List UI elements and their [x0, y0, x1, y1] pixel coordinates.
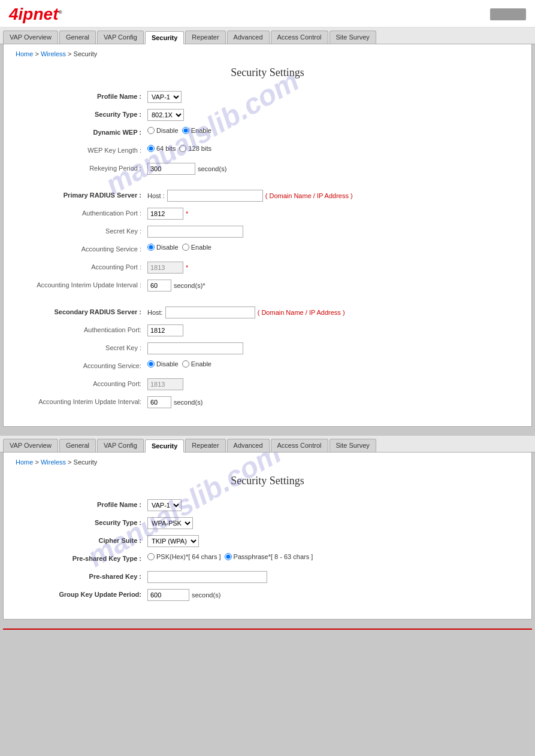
preshared-key-row: Pre-shared Key : — [16, 571, 519, 584]
tab-security-2[interactable]: Security — [145, 439, 184, 453]
primary-accounting-port-input[interactable] — [147, 262, 183, 274]
profile-name-label-1: Profile Name : — [16, 91, 147, 100]
psk-key-type-radio-group: PSK(Hex)*[ 64 chars ] Passphrase*[ 8 - 6… — [147, 553, 313, 560]
secondary-auth-port-row: Authentication Port: — [16, 324, 519, 338]
tabs-bar-2: VAP Overview General VAP Config Security… — [0, 436, 535, 453]
tab-general-1[interactable]: General — [59, 31, 96, 44]
header-right-area — [490, 8, 526, 20]
breadcrumb-home-2[interactable]: Home — [16, 459, 33, 466]
psk-passphrase-label: Passphrase*[ 8 - 63 chars ] — [234, 553, 313, 560]
dynamic-wep-radio-group: Disable Enable — [147, 127, 211, 134]
dynamic-wep-disable-radio[interactable] — [147, 127, 155, 134]
tab-vap-overview-2[interactable]: VAP Overview — [3, 439, 58, 452]
dynamic-wep-enable-item: Enable — [182, 127, 211, 134]
secondary-accounting-disable-item: Disable — [147, 360, 179, 368]
psk-hex-item: PSK(Hex)*[ 64 chars ] — [147, 553, 221, 560]
primary-auth-port-row: Authentication Port : * — [16, 208, 519, 221]
rekeying-period-label: Rekeying Period : — [16, 163, 147, 172]
profile-name-select-1[interactable]: VAP-1 — [147, 91, 182, 103]
secondary-accounting-service-row: Accounting Service: Disable Enable — [16, 360, 519, 374]
secondary-accounting-enable-radio[interactable] — [182, 360, 189, 368]
wep-64bit-radio[interactable] — [147, 145, 155, 152]
cipher-suite-control: TKIP (WPA) — [147, 535, 519, 547]
secondary-accounting-enable-label: Enable — [191, 360, 211, 368]
primary-accounting-enable-label: Enable — [191, 244, 211, 251]
group-key-input[interactable] — [147, 589, 189, 601]
secondary-accounting-disable-radio[interactable] — [147, 360, 155, 368]
wep-key-length-radio-group: 64 bits 128 bits — [147, 145, 211, 152]
dynamic-wep-label-1: Dynamic WEP : — [16, 127, 147, 136]
group-key-label: Group Key Update Period: — [16, 589, 147, 598]
profile-name-select-2[interactable]: VAP-1 — [147, 499, 182, 511]
tab-access-control-1[interactable]: Access Control — [271, 31, 328, 44]
profile-name-row-1: Profile Name : VAP-1 — [16, 91, 519, 104]
group-key-row: Group Key Update Period: second(s) — [16, 589, 519, 602]
secondary-auth-port-control — [147, 324, 519, 336]
primary-accounting-disable-radio[interactable] — [147, 244, 155, 251]
primary-secret-key-label: Secret Key : — [16, 226, 147, 235]
tab-repeater-1[interactable]: Repeater — [185, 31, 225, 44]
security-type-select-1[interactable]: 802.1X — [147, 109, 184, 121]
primary-accounting-enable-radio[interactable] — [182, 244, 189, 251]
tab-repeater-2[interactable]: Repeater — [185, 439, 225, 452]
tab-site-survey-2[interactable]: Site Survey — [330, 439, 376, 452]
psk-hex-radio[interactable] — [147, 553, 155, 560]
primary-accounting-interval-input[interactable] — [147, 280, 171, 292]
tab-security-1[interactable]: Security — [145, 31, 184, 44]
primary-radius-host-control: Host : ( Domain Name / IP Address ) — [147, 190, 519, 202]
security-type-row-2: Security Type : WPA-PSK — [16, 517, 519, 530]
primary-radius-row: Primary RADIUS Server : Host : ( Domain … — [16, 190, 519, 203]
cipher-suite-row: Cipher Suite : TKIP (WPA) — [16, 535, 519, 548]
wep-key-length-row: WEP Key Length : 64 bits 128 bits — [16, 145, 519, 158]
primary-accounting-port-star: * — [186, 264, 188, 271]
rekeying-period-unit: second(s) — [198, 165, 226, 172]
secondary-accounting-port-control — [147, 378, 519, 390]
primary-host-input[interactable] — [167, 190, 263, 202]
breadcrumb-wireless-2[interactable]: Wireless — [41, 459, 66, 466]
dynamic-wep-enable-radio[interactable] — [182, 127, 189, 134]
group-key-unit: second(s) — [192, 591, 220, 599]
primary-accounting-interval-control: second(s)* — [147, 280, 519, 292]
tab-vap-config-2[interactable]: VAP Config — [97, 439, 144, 452]
breadcrumb-home-1[interactable]: Home — [16, 50, 33, 57]
tab-vap-overview-1[interactable]: VAP Overview — [3, 31, 58, 44]
secondary-accounting-disable-label: Disable — [156, 360, 179, 368]
primary-accounting-port-row: Accounting Port : * — [16, 262, 519, 275]
psk-key-type-label: Pre-shared Key Type : — [16, 553, 147, 562]
preshared-key-input[interactable] — [147, 571, 267, 583]
dynamic-wep-disable-item: Disable — [147, 127, 179, 134]
primary-secret-key-input[interactable] — [147, 226, 243, 238]
tab-advanced-1[interactable]: Advanced — [227, 31, 270, 44]
wep-key-length-label: WEP Key Length : — [16, 145, 147, 154]
tab-advanced-2[interactable]: Advanced — [227, 439, 270, 452]
tab-general-2[interactable]: General — [59, 439, 96, 452]
security-type-select-2[interactable]: WPA-PSK — [147, 517, 193, 529]
primary-secret-key-row: Secret Key : — [16, 226, 519, 239]
secondary-host-input[interactable] — [165, 306, 255, 318]
cipher-suite-select[interactable]: TKIP (WPA) — [147, 535, 199, 547]
wep-64bit-item: 64 bits — [147, 145, 176, 152]
secondary-accounting-interval-input[interactable] — [147, 396, 171, 408]
tab-site-survey-1[interactable]: Site Survey — [330, 31, 376, 44]
wep-128bit-item: 128 bits — [179, 145, 211, 152]
profile-name-row-2: Profile Name : VAP-1 — [16, 499, 519, 512]
primary-auth-port-input[interactable] — [147, 208, 183, 220]
group-key-control: second(s) — [147, 589, 519, 601]
breadcrumb-1: Home > Wireless > Security — [16, 50, 519, 57]
profile-name-control-2: VAP-1 — [147, 499, 519, 511]
secondary-accounting-port-input[interactable] — [147, 378, 183, 390]
sec-host-label: Host: — [147, 309, 163, 316]
breadcrumb-wireless-1[interactable]: Wireless — [41, 50, 66, 57]
secondary-accounting-service-label: Accounting Service: — [16, 360, 147, 369]
psk-passphrase-radio[interactable] — [225, 553, 232, 560]
secondary-secret-key-input[interactable] — [147, 342, 243, 354]
secondary-secret-key-row: Secret Key : — [16, 342, 519, 356]
wep-128bit-radio[interactable] — [179, 145, 186, 152]
psk-key-type-row: Pre-shared Key Type : PSK(Hex)*[ 64 char… — [16, 553, 519, 566]
secondary-auth-port-input[interactable] — [147, 324, 183, 336]
tab-vap-config-1[interactable]: VAP Config — [97, 31, 144, 44]
secondary-secret-key-label: Secret Key : — [16, 342, 147, 351]
tab-access-control-2[interactable]: Access Control — [271, 439, 328, 452]
secondary-secret-key-control — [147, 342, 519, 354]
rekeying-period-input[interactable] — [147, 163, 195, 175]
